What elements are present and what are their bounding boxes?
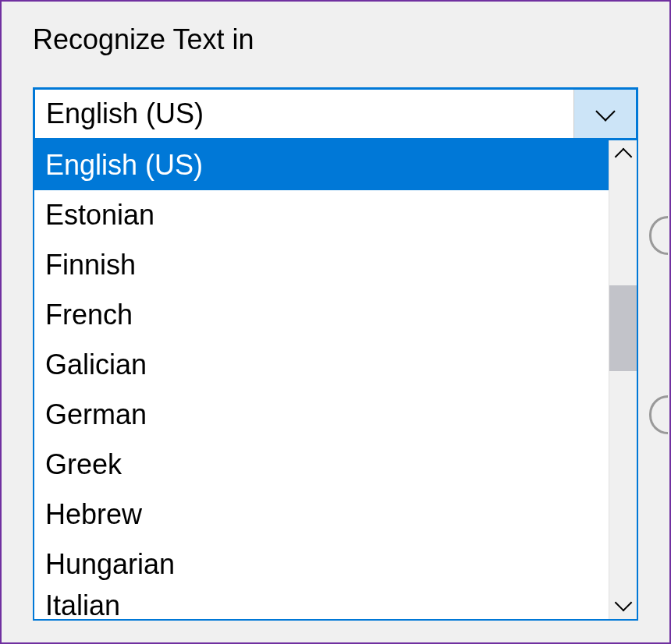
list-item[interactable]: Estonian <box>34 190 609 240</box>
list-item[interactable]: Italian <box>34 589 609 619</box>
list-item[interactable]: Galician <box>34 340 609 390</box>
list-item[interactable]: German <box>34 390 609 440</box>
background-shape <box>649 216 668 255</box>
list-item[interactable]: French <box>34 290 609 340</box>
scroll-down-button[interactable] <box>609 591 637 619</box>
field-label: Recognize Text in <box>33 23 638 56</box>
scroll-up-button[interactable] <box>609 140 637 168</box>
combobox-toggle-button[interactable] <box>573 90 636 138</box>
chevron-up-icon <box>614 148 632 166</box>
list-item[interactable]: English (US) <box>34 140 609 190</box>
chevron-down-icon <box>595 101 615 121</box>
background-shape <box>649 395 668 434</box>
list-item[interactable]: Finnish <box>34 240 609 290</box>
chevron-down-icon <box>614 594 632 612</box>
scrollbar-track[interactable] <box>609 168 637 591</box>
options-list: English (US) Estonian Finnish French Gal… <box>34 140 609 619</box>
dialog-panel: Recognize Text in English (US) English (… <box>2 2 669 156</box>
combobox-dropdown: English (US) Estonian Finnish French Gal… <box>33 140 638 621</box>
list-item[interactable]: Hebrew <box>34 490 609 540</box>
combobox-display[interactable]: English (US) <box>33 87 638 140</box>
list-item[interactable]: Hungarian <box>34 540 609 589</box>
list-item[interactable]: Greek <box>34 440 609 490</box>
language-combobox[interactable]: English (US) English (US) Estonian Finni… <box>33 87 638 140</box>
scrollbar-thumb[interactable] <box>609 285 637 371</box>
combobox-selected-value: English (US) <box>35 90 573 138</box>
scrollbar[interactable] <box>609 140 637 619</box>
